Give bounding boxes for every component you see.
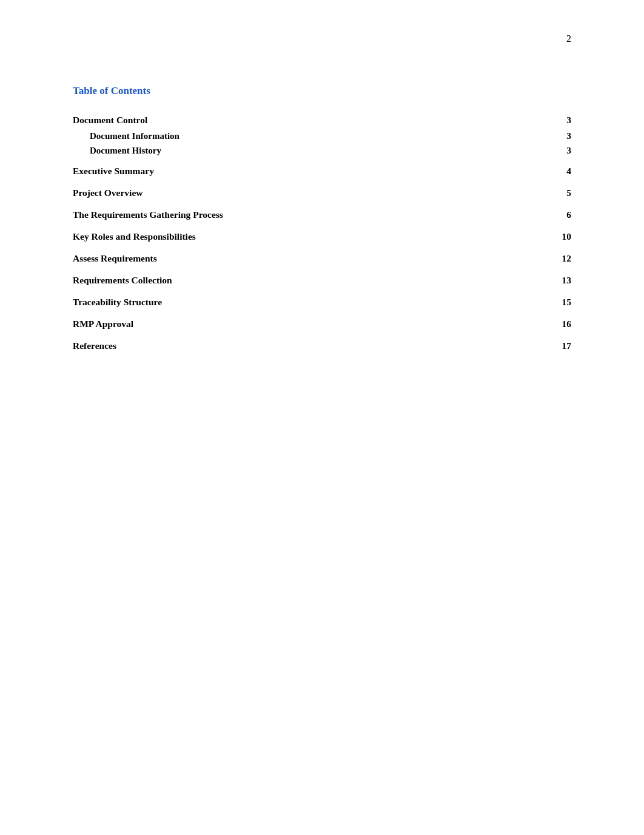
toc-label-document-information: Document Information: [90, 131, 179, 141]
toc-entry-document-control[interactable]: Document Control 3: [73, 112, 571, 129]
toc-entry-assess-requirements[interactable]: Assess Requirements 12: [73, 250, 571, 267]
toc-entry-document-history[interactable]: Document History 3: [73, 143, 571, 158]
toc-page-rmp-approval: 16: [562, 319, 572, 330]
toc-content: Document Control 3 Document Information …: [73, 112, 571, 354]
toc-page-executive-summary: 4: [566, 166, 571, 177]
toc-title: Table of Contents: [73, 85, 571, 97]
document-page: 2 Table of Contents Document Control 3 D…: [0, 0, 644, 835]
toc-page-requirements-collection: 13: [562, 275, 572, 286]
spacer-5: [73, 245, 571, 250]
spacer-7: [73, 289, 571, 294]
toc-label-key-roles: Key Roles and Responsibilities: [73, 231, 196, 242]
toc-label-references: References: [73, 340, 116, 351]
spacer-6: [73, 267, 571, 272]
toc-label-requirements-collection: Requirements Collection: [73, 275, 172, 286]
toc-entry-requirements-gathering[interactable]: The Requirements Gathering Process 6: [73, 206, 571, 223]
toc-entry-key-roles[interactable]: Key Roles and Responsibilities 10: [73, 228, 571, 245]
toc-page-document-information: 3: [566, 130, 571, 141]
toc-page-references: 17: [562, 340, 572, 351]
toc-label-document-history: Document History: [90, 146, 161, 156]
toc-entry-executive-summary[interactable]: Executive Summary 4: [73, 163, 571, 180]
toc-label-document-control: Document Control: [73, 115, 147, 126]
toc-label-requirements-gathering: The Requirements Gathering Process: [73, 209, 223, 220]
toc-label-executive-summary: Executive Summary: [73, 166, 154, 177]
toc-label-traceability-structure: Traceability Structure: [73, 297, 162, 308]
toc-entry-project-overview[interactable]: Project Overview 5: [73, 184, 571, 201]
toc-page-requirements-gathering: 6: [566, 209, 571, 220]
spacer-4: [73, 223, 571, 228]
spacer-3: [73, 201, 571, 206]
toc-page-key-roles: 10: [562, 231, 572, 242]
spacer-9: [73, 333, 571, 337]
toc-label-assess-requirements: Assess Requirements: [73, 253, 157, 264]
spacer-1: [73, 158, 571, 163]
spacer-8: [73, 311, 571, 316]
toc-page-traceability-structure: 15: [562, 297, 572, 308]
toc-entry-references[interactable]: References 17: [73, 337, 571, 354]
toc-entry-document-information[interactable]: Document Information 3: [73, 129, 571, 143]
toc-page-assess-requirements: 12: [562, 253, 572, 264]
page-number: 2: [566, 33, 571, 44]
toc-label-project-overview: Project Overview: [73, 188, 143, 198]
toc-entry-rmp-approval[interactable]: RMP Approval 16: [73, 316, 571, 333]
toc-label-rmp-approval: RMP Approval: [73, 319, 133, 330]
toc-page-project-overview: 5: [566, 188, 571, 198]
toc-entry-traceability-structure[interactable]: Traceability Structure 15: [73, 294, 571, 311]
toc-entry-requirements-collection[interactable]: Requirements Collection 13: [73, 272, 571, 289]
toc-page-document-history: 3: [566, 145, 571, 156]
toc-page-document-control: 3: [566, 115, 571, 126]
spacer-2: [73, 180, 571, 184]
